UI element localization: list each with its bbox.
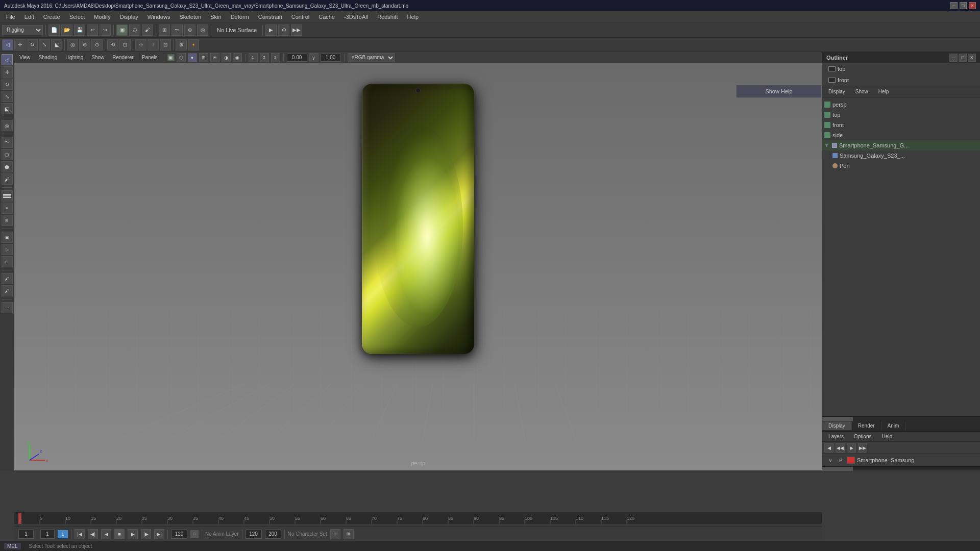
step-fwd-btn[interactable]: |▶	[141, 529, 151, 539]
dc-prev2-btn[interactable]: ◀◀	[836, 443, 845, 453]
play-fwd-btn[interactable]: ▶	[128, 529, 138, 539]
go-start-btn[interactable]: |◀	[75, 529, 85, 539]
menu-display[interactable]: Display	[116, 13, 142, 21]
lasso-btn[interactable]: ⬠	[129, 24, 140, 36]
display-hscroll[interactable]	[822, 466, 980, 470]
menu-help[interactable]: Help	[403, 13, 423, 21]
vp-smooth-btn[interactable]: ●	[188, 53, 197, 62]
curve-btn[interactable]: 〜	[2, 137, 13, 148]
dtab-display[interactable]: Display	[822, 421, 852, 430]
menu-edit[interactable]: Edit	[20, 13, 38, 21]
vp-shadow-btn[interactable]: ◑	[222, 53, 231, 62]
undo-btn[interactable]: ↩	[87, 24, 98, 36]
channel-btn[interactable]: ⊞	[2, 215, 13, 226]
vp-light-btn[interactable]: ☀	[210, 53, 219, 62]
start-frame-input[interactable]	[40, 530, 55, 539]
viewport[interactable]: View Shading Lighting Show Renderer Pane…	[14, 52, 822, 470]
close-button[interactable]: ✕	[969, 2, 976, 9]
outliner-minimize[interactable]: ─	[949, 54, 958, 62]
output-btn[interactable]: ▷	[2, 244, 13, 255]
paint-attr-btn[interactable]: 🖌	[2, 273, 13, 284]
parent-btn[interactable]: ↑	[148, 39, 159, 51]
move-lt-btn[interactable]: ✛	[2, 66, 13, 78]
timeline-ruler[interactable]: 1 5 10 15 20 25 30 35 40 45 50 55 60	[14, 513, 822, 524]
window-controls[interactable]: ─ □ ✕	[950, 2, 976, 9]
menu-modify[interactable]: Modify	[90, 13, 114, 21]
range-end-input[interactable]	[265, 530, 281, 539]
menu-file[interactable]: File	[2, 13, 19, 21]
outliner-hscroll[interactable]	[822, 416, 980, 420]
maximize-button[interactable]: □	[960, 2, 967, 9]
dtab-anim[interactable]: Anim	[881, 421, 906, 430]
isolate-btn[interactable]: ⊙	[91, 39, 103, 51]
vp-res2-btn[interactable]: 2	[260, 53, 269, 62]
layer-btn[interactable]	[2, 190, 13, 202]
vp-res1-btn[interactable]: 1	[249, 53, 258, 62]
gamma-mult-input[interactable]	[321, 54, 341, 62]
layer-v-btn[interactable]: V	[826, 456, 835, 464]
menu-skin[interactable]: Skin	[206, 13, 225, 21]
pivot-btn[interactable]: ⊹	[135, 39, 146, 51]
select-lt-btn[interactable]: ◁	[2, 54, 13, 65]
menu-redshift[interactable]: Redshift	[373, 13, 402, 21]
snap-pt-btn[interactable]: ⊕	[184, 24, 195, 36]
outliner-top[interactable]: top	[822, 110, 980, 120]
outliner-samsung-mesh[interactable]: Samsung_Galaxy_S23_...	[822, 151, 980, 161]
gamma-input[interactable]	[287, 54, 307, 62]
scale-lt-btn[interactable]: ⤡	[2, 91, 13, 102]
menu-select[interactable]: Select	[65, 13, 89, 21]
outliner-tab-help[interactable]: Help	[874, 88, 893, 95]
dc-prev-btn[interactable]: ◀	[824, 443, 834, 453]
group-btn[interactable]: ⊡	[160, 39, 171, 51]
dstab-help[interactable]: Help	[877, 433, 896, 440]
dc-next2-btn[interactable]: ▶▶	[858, 443, 867, 453]
menu-constrain[interactable]: Constrain	[254, 13, 286, 21]
render-btn[interactable]: ▶	[265, 24, 277, 36]
stop-btn[interactable]: ■	[114, 529, 125, 539]
dstab-options[interactable]: Options	[850, 433, 875, 440]
mode-dropdown[interactable]: Rigging	[2, 25, 43, 35]
viewport-3d[interactable]: x y z persp	[14, 63, 822, 470]
vp-panels-menu[interactable]: Panels	[139, 54, 161, 61]
rotate-lt-btn[interactable]: ↻	[2, 79, 13, 90]
vp-res3-btn[interactable]: 3	[271, 53, 280, 62]
vp-wireframe-btn[interactable]: ⬡	[177, 53, 186, 62]
node-editor-btn[interactable]: ⊡	[119, 39, 131, 51]
menu-windows[interactable]: Windows	[143, 13, 175, 21]
history2-btn[interactable]: ⊕	[2, 256, 13, 267]
paint-sel-btn[interactable]: 🖌	[142, 24, 153, 36]
menu-control[interactable]: Control	[287, 13, 313, 21]
dstab-layers[interactable]: Layers	[824, 433, 848, 440]
save-btn[interactable]: 💾	[74, 24, 85, 36]
outliner-smartphone-group[interactable]: ▼ Smartphone_Samsung_G...	[822, 140, 980, 151]
universal-tool-btn[interactable]: ⬕	[51, 39, 62, 51]
colorspace-dropdown[interactable]: sRGB gamma	[348, 53, 395, 62]
universal-lt-btn[interactable]: ⬕	[2, 103, 13, 114]
paint-skin-btn[interactable]: 🖌	[2, 285, 13, 296]
snap-curve-btn[interactable]: 〜	[172, 24, 183, 36]
scale-tool-btn[interactable]: ⤡	[39, 39, 50, 51]
view-top[interactable]: top	[822, 63, 980, 74]
vp-shading-menu[interactable]: Shading	[36, 54, 61, 61]
redo-btn[interactable]: ↪	[100, 24, 111, 36]
soft-mod-btn[interactable]: ◎	[2, 120, 13, 131]
current-frame-input[interactable]	[18, 530, 34, 539]
menu-cache[interactable]: Cache	[314, 13, 339, 21]
menu-create[interactable]: Create	[39, 13, 64, 21]
go-end-btn[interactable]: ▶|	[154, 529, 164, 539]
vp-view-menu[interactable]: View	[16, 54, 34, 61]
render-seq-btn[interactable]: ▶▶	[291, 24, 302, 36]
char-set-btn[interactable]: ⊕	[330, 529, 340, 539]
vp-tex-btn[interactable]: ⊞	[199, 53, 208, 62]
end-frame-input[interactable]	[171, 530, 187, 539]
move-tool-btn[interactable]: ✛	[14, 39, 26, 51]
xray-btn[interactable]: ⊛	[79, 39, 90, 51]
input-btn[interactable]: ▣	[2, 232, 13, 243]
outliner-tab-show[interactable]: Show	[851, 88, 872, 95]
vp-lighting-menu[interactable]: Lighting	[62, 54, 86, 61]
step-back-btn[interactable]: ◀|	[88, 529, 98, 539]
dc-next-btn[interactable]: ▶	[847, 443, 856, 453]
view-front[interactable]: front	[822, 74, 980, 86]
more-btn[interactable]: ⋯	[2, 302, 13, 313]
snap-view-btn[interactable]: ◎	[197, 24, 208, 36]
